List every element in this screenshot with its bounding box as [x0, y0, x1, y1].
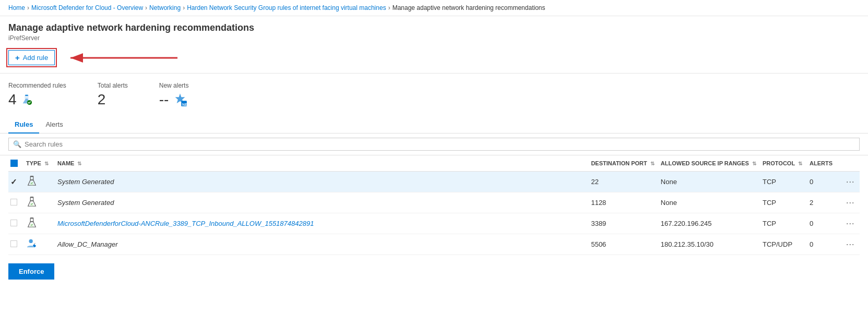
- search-input[interactable]: [25, 140, 855, 148]
- checkbox-empty[interactable]: [10, 240, 17, 247]
- enforce-button[interactable]: Enforce: [8, 263, 54, 280]
- row-src-ip: None: [659, 192, 760, 213]
- svg-point-26: [29, 239, 33, 243]
- row-protocol: TCP: [760, 192, 807, 213]
- row-src-ip: 180.212.35.10/30: [659, 234, 760, 255]
- page-title: Manage adaptive network hardening recomm…: [8, 22, 860, 33]
- breadcrumb-harden[interactable]: Harden Network Security Group rules of i…: [187, 4, 386, 11]
- row-name: System Generated: [55, 192, 589, 213]
- person-edit-icon: [26, 238, 38, 249]
- row-checkbox[interactable]: ✓: [8, 172, 24, 192]
- svg-marker-11: [30, 182, 33, 185]
- breadcrumb-home[interactable]: Home: [8, 4, 25, 11]
- col-header-check: [8, 155, 24, 172]
- svg-marker-23: [30, 224, 33, 227]
- row-dest-port: 1128: [589, 192, 658, 213]
- col-header-type[interactable]: TYPE ⇅: [24, 155, 55, 172]
- row-checkbox[interactable]: [8, 213, 24, 234]
- checkmark-icon: ✓: [10, 177, 17, 186]
- stat-new-alerts-label: New alerts: [159, 82, 189, 89]
- col-header-dest-port[interactable]: DESTINATION PORT ⇅: [589, 155, 658, 172]
- row-more-button[interactable]: ···: [844, 172, 860, 192]
- rule-name-text: Allow_DC_Manager: [57, 240, 118, 248]
- row-dest-port: 22: [589, 172, 658, 192]
- col-header-protocol[interactable]: PROTOCOL ⇅: [760, 155, 807, 172]
- more-options-button[interactable]: ···: [846, 240, 854, 249]
- rules-table-wrap: TYPE ⇅ NAME ⇅ DESTINATION PORT ⇅ ALLOWED…: [0, 155, 868, 255]
- row-dest-port: 3389: [589, 213, 658, 234]
- row-protocol: TCP: [760, 172, 807, 192]
- breadcrumb-networking[interactable]: Networking: [149, 4, 181, 11]
- row-more-button[interactable]: ···: [844, 234, 860, 255]
- stat-total-alerts: Total alerts 2: [98, 82, 128, 108]
- flask-icon: [26, 175, 38, 187]
- stat-new-alerts: New alerts -- NEW: [159, 82, 189, 108]
- row-alerts: 0: [807, 234, 844, 255]
- row-src-ip: None: [659, 172, 760, 192]
- row-name[interactable]: MicrosoftDefenderforCloud-ANCRule_3389_T…: [55, 213, 589, 234]
- row-type-icon: [24, 172, 55, 192]
- rules-icon: [21, 94, 32, 105]
- stat-recommended-rules-value: 4: [8, 91, 17, 108]
- row-more-button[interactable]: ···: [844, 213, 860, 234]
- row-type-icon: [24, 213, 55, 234]
- flask-icon: [26, 196, 38, 208]
- more-options-button[interactable]: ···: [846, 177, 854, 187]
- tabs-row: Rules Alerts: [0, 116, 868, 134]
- new-alerts-icon: NEW: [173, 92, 187, 107]
- table-row: System Generated1128NoneTCP2···: [8, 192, 860, 213]
- col-header-alerts[interactable]: ALERTS: [807, 155, 844, 172]
- row-checkbox[interactable]: [8, 192, 24, 213]
- add-rule-label: Add rule: [23, 54, 48, 62]
- svg-line-27: [34, 243, 35, 244]
- col-header-src-ip[interactable]: ALLOWED SOURCE IP RANGES ⇅: [659, 155, 760, 172]
- stat-total-alerts-label: Total alerts: [98, 82, 128, 89]
- col-header-more: [844, 155, 860, 172]
- stat-total-alerts-value: 2: [98, 91, 106, 108]
- more-options-button[interactable]: ···: [846, 198, 854, 208]
- table-header-row: TYPE ⇅ NAME ⇅ DESTINATION PORT ⇅ ALLOWED…: [8, 155, 860, 172]
- red-arrow-annotation: [65, 51, 180, 67]
- breadcrumb: Home › Microsoft Defender for Cloud - Ov…: [0, 0, 868, 16]
- add-rule-button[interactable]: + Add rule: [8, 50, 55, 65]
- svg-text:NEW: NEW: [182, 103, 187, 106]
- search-icon: 🔍: [13, 140, 21, 148]
- page-subtitle: iPrefServer: [8, 34, 860, 42]
- stat-recommended-rules-label: Recommended rules: [8, 82, 66, 89]
- row-more-button[interactable]: ···: [844, 192, 860, 213]
- row-protocol: TCP: [760, 213, 807, 234]
- row-alerts: 0: [807, 172, 844, 192]
- rule-name-text: System Generated: [57, 199, 114, 207]
- svg-rect-5: [25, 95, 28, 96]
- tab-alerts[interactable]: Alerts: [39, 116, 69, 134]
- more-options-button[interactable]: ···: [846, 219, 854, 228]
- col-header-name[interactable]: NAME ⇅: [55, 155, 589, 172]
- row-src-ip: 167.220.196.245: [659, 213, 760, 234]
- rule-name-link[interactable]: MicrosoftDefenderforCloud-ANCRule_3389_T…: [57, 220, 314, 227]
- svg-point-18: [31, 204, 32, 205]
- checkbox-empty[interactable]: [10, 220, 17, 226]
- stat-recommended-rules: Recommended rules 4: [8, 82, 66, 108]
- svg-point-13: [32, 183, 33, 183]
- row-name: Allow_DC_Manager: [55, 234, 589, 255]
- row-name: System Generated: [55, 172, 589, 192]
- rules-table: TYPE ⇅ NAME ⇅ DESTINATION PORT ⇅ ALLOWED…: [8, 155, 860, 255]
- checkbox-empty[interactable]: [10, 199, 17, 205]
- stats-row: Recommended rules 4 Total alerts 2 New a…: [0, 74, 868, 114]
- svg-point-19: [32, 203, 33, 204]
- table-row: ✓ System Generated22NoneTCP0···: [8, 172, 860, 192]
- breadcrumb-current: Manage adaptive network hardening recomm…: [393, 4, 545, 11]
- rule-name-text: System Generated: [57, 178, 114, 186]
- svg-point-12: [31, 183, 32, 184]
- table-row: MicrosoftDefenderforCloud-ANCRule_3389_T…: [8, 213, 860, 234]
- breadcrumb-defender[interactable]: Microsoft Defender for Cloud - Overview: [31, 4, 143, 11]
- row-alerts: 0: [807, 213, 844, 234]
- row-protocol: TCP/UDP: [760, 234, 807, 255]
- table-row: Allow_DC_Manager5506180.212.35.10/30TCP/…: [8, 234, 860, 255]
- row-dest-port: 5506: [589, 234, 658, 255]
- flask-icon: [26, 217, 38, 228]
- svg-point-24: [31, 225, 32, 226]
- tab-rules[interactable]: Rules: [8, 116, 39, 134]
- search-input-wrap: 🔍: [8, 138, 860, 151]
- row-checkbox[interactable]: [8, 234, 24, 255]
